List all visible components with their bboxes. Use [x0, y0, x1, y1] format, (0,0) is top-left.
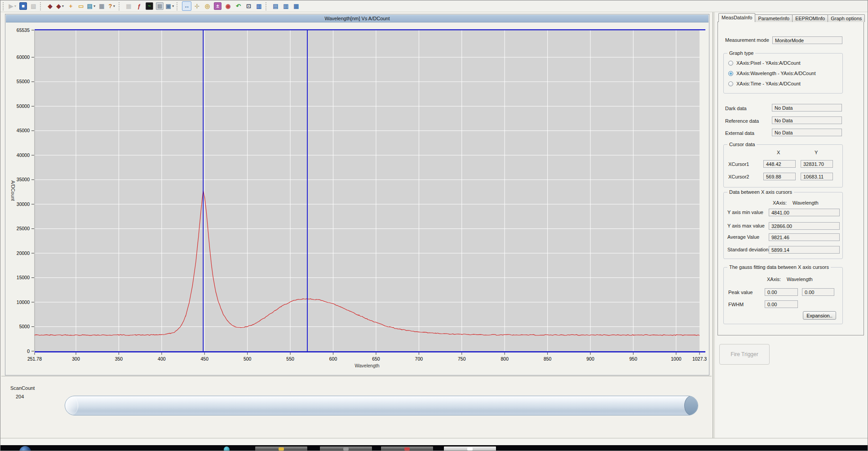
graph-type-group: Graph type XAxis:Pixel - YAxis:A/DCountX… — [723, 53, 843, 94]
graph-type-radio-2[interactable] — [728, 81, 733, 86]
probe-tool-button[interactable]: + — [66, 1, 75, 11]
layout-overlay-button[interactable]: ▤ — [271, 1, 280, 11]
svg-text:50000: 50000 — [17, 103, 30, 109]
svg-text:1027.3: 1027.3 — [692, 356, 707, 362]
taskbar-app-2-button[interactable] — [319, 446, 372, 451]
svg-text:600: 600 — [329, 356, 337, 362]
undo-zoom-button[interactable]: ↶ — [234, 1, 243, 11]
windows-taskbar — [0, 445, 868, 451]
svg-text:300: 300 — [72, 356, 80, 362]
pan-hand-button[interactable]: ⊹ — [192, 1, 202, 11]
stop-measurement-button[interactable]: ■ — [18, 1, 28, 11]
trigger-gauge-button[interactable]: ◉ — [223, 1, 233, 11]
undo-zoom-icon: ↶ — [236, 3, 241, 9]
svg-text:550: 550 — [286, 356, 294, 362]
export-data-button[interactable]: ▤▼ — [87, 1, 96, 11]
svg-text:15000: 15000 — [17, 275, 30, 280]
peak-y-value: 0.00 — [802, 288, 834, 296]
cursor-mode-button[interactable]: ↔ — [182, 1, 191, 11]
zoom-in-out-icon: ± — [214, 2, 221, 10]
taskbar-app-3-button[interactable] — [381, 446, 434, 451]
axis-options-button[interactable]: ▥ — [254, 1, 264, 11]
start-button[interactable] — [19, 446, 31, 451]
fire-trigger-button[interactable]: Fire Trigger — [719, 344, 770, 365]
y-min-value: 4841.00 — [769, 209, 840, 216]
xcursor2-y-value: 10683.11 — [801, 173, 833, 180]
taskbar-app-1-icon — [279, 447, 284, 451]
scan-count-value: 204 — [16, 394, 24, 399]
help-dropdown-icon[interactable]: ▼ — [113, 4, 116, 8]
graph-type-option-label-1[interactable]: XAxis:Wavelength - YAxis:A/DCount — [736, 71, 815, 76]
stats-xaxis-value: Wavelength — [793, 200, 819, 205]
zoom-tool-button[interactable]: ◎ — [203, 1, 212, 11]
spectrum-plot[interactable]: 251.783003504004505005506006507007508008… — [5, 22, 710, 376]
open-file-button[interactable]: ▭ — [76, 1, 86, 11]
connect-device-alt-dropdown-icon[interactable]: ▼ — [62, 4, 65, 8]
external-data-value: No Data — [772, 129, 842, 136]
hatch-pattern-button[interactable]: ▨ — [155, 1, 164, 11]
taskbar-tray-icon[interactable] — [224, 447, 230, 451]
hatch-pattern-icon: ▨ — [156, 2, 164, 10]
tab-content-measdatainfo: Measurement mode MonitorMode Graph type … — [717, 22, 864, 335]
gauss-xaxis-label: XAxis: — [767, 277, 781, 282]
taskbar-app-4-button[interactable] — [443, 446, 496, 451]
svg-text:45000: 45000 — [17, 128, 30, 133]
chart-title-bar: Wavelength[nm] Vs A/DCount — [6, 15, 709, 22]
toolbar-grip — [3, 2, 5, 10]
copy-graph-button: ▩ — [124, 1, 133, 11]
graph-type-radio-0[interactable] — [728, 61, 733, 66]
tab-graph-options[interactable]: Graph options — [828, 14, 865, 22]
toolbar-grip — [119, 2, 121, 10]
taskbar-app-2-icon — [343, 447, 349, 451]
svg-text:350: 350 — [115, 356, 123, 362]
print-button[interactable]: ▦ — [97, 1, 106, 11]
axis-options-icon: ▥ — [256, 3, 261, 9]
expansion-button[interactable]: Expansion.. — [803, 311, 836, 320]
graph-type-option-label-2[interactable]: XAxis:Time - YAxis:A/DCount — [736, 81, 801, 86]
snapshot-dropdown-icon[interactable]: ▼ — [172, 4, 175, 8]
graph-type-option-label-0[interactable]: XAxis:Pixel - YAxis:A/DCount — [736, 60, 801, 66]
x-axis-label: Wavelength — [354, 363, 379, 368]
layout-grid-button[interactable]: ▦ — [292, 1, 301, 11]
zoom-in-out-button[interactable]: ± — [213, 1, 222, 11]
toolbar-grip — [40, 2, 43, 10]
xcursor1-x-value: 448.42 — [763, 160, 796, 168]
start-measurement-dropdown-icon[interactable]: ▼ — [14, 4, 17, 8]
waveform-display-button[interactable]: ~ — [145, 1, 154, 11]
math-function-button[interactable]: ƒ — [134, 1, 144, 11]
tab-parameterinfo[interactable]: ParameterInfo — [755, 14, 793, 22]
start-measurement-icon: ▶ — [9, 3, 13, 9]
side-panel: MeasDataInfoParameterInfoEEPROMInfoGraph… — [716, 12, 868, 439]
tab-measdatainfo[interactable]: MeasDataInfo — [718, 13, 755, 22]
fit-view-button[interactable]: ⊡ — [244, 1, 253, 11]
svg-text:10000: 10000 — [17, 299, 30, 305]
layout-split-button[interactable]: ▥ — [281, 1, 291, 11]
svg-text:700: 700 — [415, 356, 423, 362]
export-data-dropdown-icon[interactable]: ▼ — [93, 4, 96, 8]
graph-type-radio-1[interactable] — [728, 71, 733, 76]
measurement-mode-value: MonitorMode — [772, 36, 842, 44]
xcursor1-y-value: 32831.70 — [801, 160, 833, 168]
tab-bar: MeasDataInfoParameterInfoEEPROMInfoGraph… — [718, 14, 864, 22]
layout-grid-icon: ▦ — [293, 3, 299, 9]
y-axis-label: A/DCount — [10, 180, 16, 201]
tab-eeprominfo[interactable]: EEPROMInfo — [792, 14, 828, 22]
taskbar-app-1-button[interactable] — [255, 446, 308, 451]
toolbar-grip — [266, 2, 268, 10]
panel-splitter[interactable] — [713, 12, 714, 439]
trigger-gauge-icon: ◉ — [226, 3, 230, 9]
y-max-label: Y axis max value — [727, 223, 765, 228]
connect-device-icon: ◆ — [48, 3, 53, 9]
layout-overlay-icon: ▤ — [273, 3, 278, 9]
fwhm-label: FWHM — [728, 302, 744, 307]
help-button[interactable]: ?▼ — [107, 1, 117, 11]
svg-text:1000: 1000 — [671, 356, 682, 362]
connect-device-button[interactable]: ◆ — [45, 1, 55, 11]
dark-data-label: Dark data — [725, 106, 747, 111]
svg-text:450: 450 — [201, 356, 209, 362]
reference-data-value: No Data — [772, 116, 842, 124]
svg-text:5000: 5000 — [19, 324, 30, 329]
snapshot-button[interactable]: ▣▼ — [165, 1, 175, 11]
connect-device-alt-button[interactable]: ◆▼ — [56, 1, 65, 11]
help-icon: ? — [109, 3, 112, 9]
